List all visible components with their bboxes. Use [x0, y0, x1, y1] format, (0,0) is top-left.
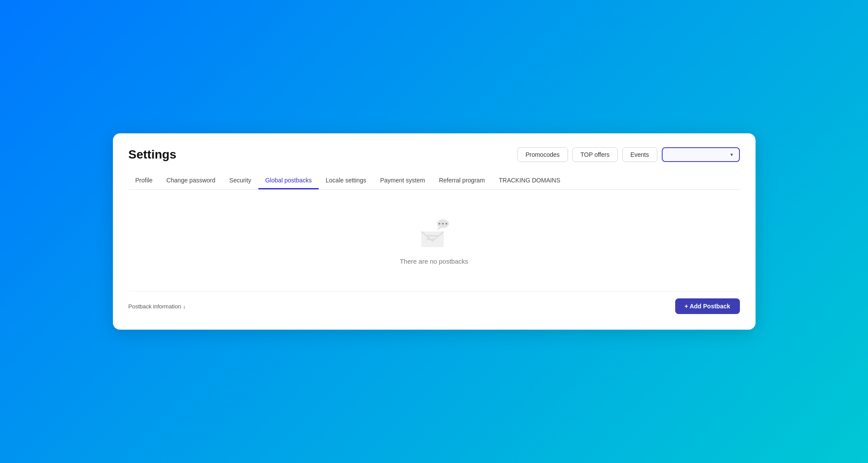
tabs-nav: Profile Change password Security Global … — [129, 172, 740, 190]
empty-state-text: There are no postbacks — [400, 258, 469, 265]
tab-tracking-domains[interactable]: TRACKING DOMAINS — [492, 172, 568, 189]
tab-referral-program[interactable]: Referral program — [432, 172, 492, 189]
tab-payment-system[interactable]: Payment system — [373, 172, 432, 189]
empty-state: There are no postbacks — [400, 216, 469, 265]
empty-postbacks-icon — [417, 216, 452, 251]
top-offers-button[interactable]: TOP offers — [572, 147, 618, 162]
tab-profile[interactable]: Profile — [129, 172, 160, 189]
tab-security[interactable]: Security — [222, 172, 258, 189]
svg-point-3 — [442, 223, 444, 225]
content-area: There are no postbacks — [129, 190, 740, 282]
settings-card: Settings Promocodes TOP offers Events ▾ … — [113, 133, 756, 330]
tab-change-password[interactable]: Change password — [159, 172, 222, 189]
chevron-down-icon: ▾ — [730, 152, 733, 158]
tab-global-postbacks[interactable]: Global postbacks — [258, 172, 319, 189]
svg-point-2 — [439, 223, 440, 225]
svg-rect-7 — [426, 238, 435, 240]
svg-rect-6 — [426, 235, 439, 237]
header-actions: Promocodes TOP offers Events ▾ — [517, 147, 739, 162]
postback-info-label: Postback information — [129, 303, 181, 310]
tab-locale-settings[interactable]: Locale settings — [319, 172, 373, 189]
svg-point-4 — [446, 223, 447, 225]
svg-marker-1 — [437, 227, 441, 231]
promocodes-button[interactable]: Promocodes — [517, 147, 568, 162]
card-header: Settings Promocodes TOP offers Events ▾ — [129, 147, 740, 162]
add-postback-button[interactable]: + Add Postback — [675, 298, 740, 314]
events-button[interactable]: Events — [622, 147, 657, 162]
dropdown-select[interactable]: ▾ — [662, 147, 740, 162]
page-title: Settings — [129, 148, 176, 162]
postback-info-link[interactable]: Postback information ↓ — [129, 303, 186, 310]
footer-row: Postback information ↓ + Add Postback — [129, 291, 740, 314]
down-arrow-icon: ↓ — [183, 303, 186, 310]
